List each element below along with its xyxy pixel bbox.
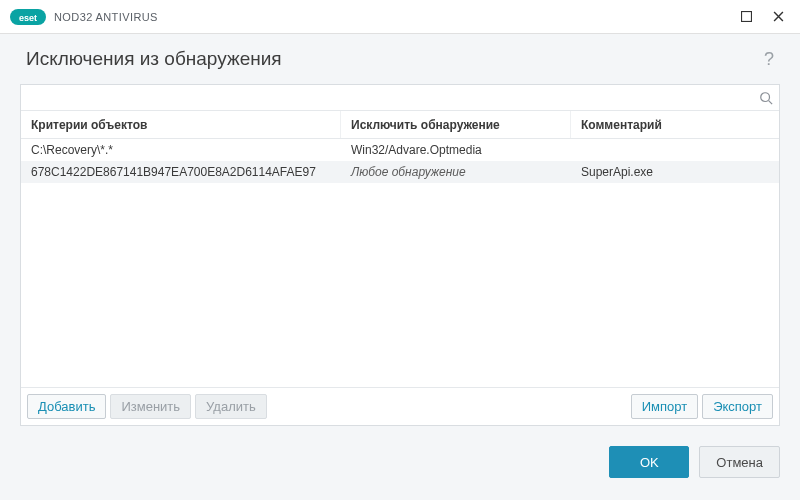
column-header-criteria[interactable]: Критерии объектов: [21, 111, 341, 138]
window-controls: [730, 0, 794, 34]
import-button[interactable]: Импорт: [631, 394, 698, 419]
column-header-comment[interactable]: Комментарий: [571, 111, 779, 138]
product-name: NOD32 ANTIVIRUS: [54, 11, 158, 23]
exclusions-table: Критерии объектов Исключить обнаружение …: [21, 111, 779, 387]
titlebar: eset NOD32 ANTIVIRUS: [0, 0, 800, 34]
cell-exclude: Win32/Advare.Optmedia: [341, 143, 571, 157]
cell-criteria: C:\Recovery\*.*: [21, 143, 341, 157]
dialog-footer: OK Отмена: [0, 426, 800, 478]
add-button[interactable]: Добавить: [27, 394, 106, 419]
search-bar: [21, 85, 779, 111]
table-row[interactable]: 678C1422DE867141B947EA700E8A2D6114AFAE97…: [21, 161, 779, 183]
maximize-button[interactable]: [730, 0, 762, 34]
svg-line-3: [769, 100, 773, 104]
brand: eset NOD32 ANTIVIRUS: [10, 9, 158, 25]
table-row[interactable]: C:\Recovery\*.*Win32/Advare.Optmedia: [21, 139, 779, 161]
table-body: C:\Recovery\*.*Win32/Advare.Optmedia678C…: [21, 139, 779, 387]
cell-exclude: Любое обнаружение: [341, 165, 571, 179]
help-icon[interactable]: ?: [758, 49, 780, 70]
edit-button[interactable]: Изменить: [110, 394, 191, 419]
ok-button[interactable]: OK: [609, 446, 689, 478]
svg-rect-1: [741, 12, 751, 22]
column-header-exclude[interactable]: Исключить обнаружение: [341, 111, 571, 138]
svg-point-2: [761, 92, 770, 101]
cell-comment: SuperApi.exe: [571, 165, 779, 179]
eset-logo-text: eset: [19, 13, 37, 23]
cancel-button[interactable]: Отмена: [699, 446, 780, 478]
search-input[interactable]: [27, 85, 759, 110]
close-button[interactable]: [762, 0, 794, 34]
cell-criteria: 678C1422DE867141B947EA700E8A2D6114AFAE97: [21, 165, 341, 179]
table-actions: Добавить Изменить Удалить Импорт Экспорт: [21, 387, 779, 425]
export-button[interactable]: Экспорт: [702, 394, 773, 419]
delete-button[interactable]: Удалить: [195, 394, 267, 419]
search-icon[interactable]: [759, 91, 773, 105]
page-header: Исключения из обнаружения ?: [0, 34, 800, 78]
page-title: Исключения из обнаружения: [26, 48, 282, 70]
eset-logo: eset: [10, 9, 46, 25]
table-header: Критерии объектов Исключить обнаружение …: [21, 111, 779, 139]
exclusions-panel: Критерии объектов Исключить обнаружение …: [20, 84, 780, 426]
